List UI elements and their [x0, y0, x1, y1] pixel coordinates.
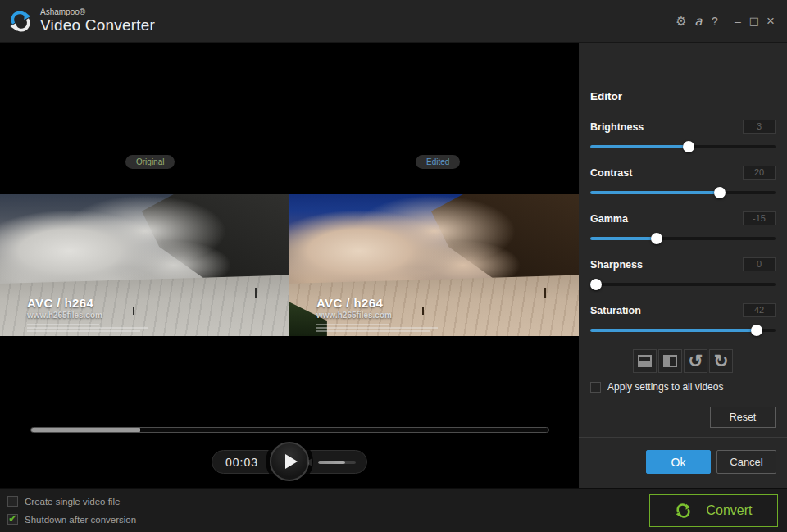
- app-title: Ashampoo® Video Converter: [40, 8, 155, 33]
- saturation-value-box[interactable]: 42: [743, 303, 776, 317]
- check-icon: ✔: [8, 512, 17, 525]
- settings-gear-icon[interactable]: ⚙: [672, 14, 690, 29]
- saturation-label: Saturation: [590, 305, 641, 316]
- slider-group-brightness: Brightness 3: [590, 120, 776, 152]
- rotate-right-button[interactable]: ↻: [709, 349, 733, 373]
- watermark-site-text: www.h265files.com: [27, 311, 148, 320]
- watermark-site-text: www.h265files.com: [316, 311, 438, 320]
- convert-refresh-icon: [675, 502, 692, 520]
- sharpness-slider[interactable]: [590, 279, 776, 290]
- sharpness-label: Sharpness: [590, 259, 643, 271]
- brightness-label: Brightness: [590, 121, 644, 133]
- flip-vertical-button[interactable]: [633, 349, 657, 373]
- help-icon[interactable]: ?: [707, 15, 723, 28]
- contrast-slider[interactable]: [590, 187, 776, 198]
- shutdown-after-conversion-label: Shutdown after conversion: [25, 515, 136, 525]
- edited-badge: Edited: [416, 155, 460, 169]
- ski-lift-pole: [255, 288, 257, 298]
- window-controls: ⚙ a ? – □ ×: [672, 13, 787, 30]
- app-window: Ashampoo® Video Converter ⚙ a ? – □ × Or…: [0, 0, 787, 532]
- slider-group-sharpness: Sharpness 0: [590, 257, 776, 290]
- brightness-value-box[interactable]: 3: [743, 120, 776, 134]
- ok-button[interactable]: Ok: [646, 450, 711, 474]
- original-video-frame: AVC / h264 www.h265files.com: [0, 194, 289, 336]
- brightness-slider[interactable]: [590, 141, 776, 152]
- minimize-icon[interactable]: –: [730, 15, 746, 28]
- convert-button[interactable]: Convert: [649, 494, 778, 527]
- watermark-codec-text: AVC / h264: [27, 296, 148, 310]
- transform-tools: ↺ ↻: [590, 349, 776, 373]
- maximize-icon[interactable]: □: [746, 15, 762, 27]
- gamma-slider-thumb[interactable]: [651, 233, 662, 244]
- apply-all-checkbox[interactable]: Apply settings to all videos: [590, 381, 776, 393]
- language-icon[interactable]: a: [690, 13, 707, 29]
- shutdown-after-conversion-checkbox[interactable]: ✔ Shutdown after conversion: [7, 514, 136, 525]
- watermark-fine-print: [27, 324, 148, 332]
- app-name: Video Converter: [40, 17, 155, 34]
- rotate-right-icon: ↻: [713, 352, 728, 371]
- close-icon[interactable]: ×: [762, 13, 779, 30]
- sharpness-slider-thumb[interactable]: [590, 279, 602, 290]
- gamma-slider[interactable]: [590, 233, 776, 244]
- original-badge: Original: [125, 155, 175, 169]
- volume-slider[interactable]: [318, 461, 356, 464]
- checkbox-box[interactable]: ✔: [7, 514, 18, 525]
- panel-title: Editor: [590, 90, 776, 102]
- apply-all-label: Apply settings to all videos: [607, 381, 723, 393]
- video-preview-area: Original Edited AVC / h264 www.h265files…: [0, 43, 579, 488]
- create-single-file-label: Create single video file: [25, 497, 120, 507]
- playback-time: 00:03: [225, 456, 258, 469]
- footer-bar: Create single video file ✔ Shutdown afte…: [0, 488, 787, 532]
- volume-fill: [318, 461, 345, 464]
- editor-panel: Editor Brightness 3 Contrast 20: [579, 43, 787, 488]
- play-button[interactable]: [270, 442, 309, 481]
- play-icon: [285, 454, 298, 469]
- seek-bar-fill: [31, 428, 140, 432]
- rotate-left-icon: ↺: [688, 352, 703, 371]
- rotate-left-button[interactable]: ↺: [684, 349, 707, 373]
- cancel-button[interactable]: Cancel: [716, 450, 776, 474]
- create-single-file-checkbox[interactable]: Create single video file: [7, 496, 136, 507]
- gamma-label: Gamma: [590, 213, 628, 225]
- slider-group-contrast: Contrast 20: [590, 166, 776, 198]
- contrast-label: Contrast: [590, 167, 632, 179]
- gamma-value-box[interactable]: -15: [743, 211, 776, 225]
- convert-label: Convert: [706, 503, 752, 518]
- checkbox-box[interactable]: [7, 496, 18, 507]
- saturation-slider[interactable]: [590, 325, 776, 336]
- volume-controls: [305, 458, 356, 466]
- brightness-slider-thumb[interactable]: [683, 141, 694, 152]
- edited-video-frame: AVC / h264 www.h265files.com: [289, 194, 579, 336]
- sharpness-value-box[interactable]: 0: [743, 257, 776, 271]
- watermark-fine-print: [316, 324, 438, 332]
- checkbox-box[interactable]: [590, 382, 601, 393]
- video-watermark: AVC / h264 www.h265files.com: [316, 296, 438, 334]
- titlebar: Ashampoo® Video Converter ⚙ a ? – □ ×: [0, 0, 787, 43]
- flip-horizontal-button[interactable]: [658, 349, 682, 373]
- slider-group-gamma: Gamma -15: [590, 211, 776, 244]
- ski-lift-pole: [544, 288, 546, 298]
- watermark-codec-text: AVC / h264: [316, 296, 438, 310]
- flip-horizontal-icon: [663, 355, 677, 367]
- app-logo-icon: [8, 8, 33, 34]
- editor-actions: Ok Cancel: [579, 437, 787, 474]
- saturation-slider-thumb[interactable]: [751, 325, 762, 336]
- slider-group-saturation: Saturation 42: [590, 303, 776, 336]
- video-watermark: AVC / h264 www.h265files.com: [27, 296, 148, 334]
- reset-button[interactable]: Reset: [710, 407, 776, 428]
- seek-bar[interactable]: [30, 427, 549, 433]
- comparison-frames: AVC / h264 www.h265files.com AVC / h264: [0, 194, 579, 336]
- contrast-value-box[interactable]: 20: [743, 166, 776, 180]
- flip-vertical-icon: [638, 355, 652, 367]
- contrast-slider-thumb[interactable]: [714, 187, 726, 198]
